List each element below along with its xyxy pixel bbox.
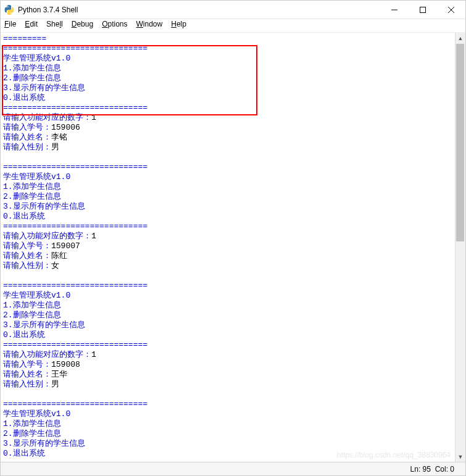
user-input: 1 — [91, 113, 96, 122]
output-line: 0.退出系统 — [3, 449, 45, 458]
output-line: ============================== — [3, 340, 148, 349]
maximize-button[interactable] — [409, 1, 437, 19]
output-line: 3.显示所有的学生信息 — [3, 320, 85, 330]
user-input: 159008 — [51, 360, 80, 369]
shell-output[interactable]: ========= ==============================… — [1, 33, 465, 462]
output-line: 1.添加学生信息 — [3, 64, 61, 73]
output-line: 学生管理系统v1.0 — [3, 409, 70, 419]
minimize-button[interactable] — [380, 1, 409, 19]
user-input: 陈红 — [51, 251, 67, 261]
output-line: 0.退出系统 — [3, 330, 45, 340]
output-line: 请输入学号： — [3, 360, 51, 369]
user-input: 159006 — [51, 123, 80, 132]
menu-help[interactable]: Help — [171, 20, 186, 32]
output-line: 3.显示所有的学生信息 — [3, 439, 85, 448]
close-button[interactable] — [437, 1, 465, 19]
output-line: 0.退出系统 — [3, 212, 45, 221]
scroll-down-arrow[interactable]: ▼ — [456, 451, 465, 462]
menu-options[interactable]: Options — [102, 20, 127, 32]
menu-debug[interactable]: Debug — [72, 20, 93, 32]
output-line: ============================== — [3, 103, 148, 112]
output-line: 请输入学号： — [3, 123, 51, 132]
window-controls — [380, 1, 465, 19]
output-line: 1.添加学生信息 — [3, 182, 61, 191]
output-line: ============================== — [3, 281, 148, 290]
output-line: 学生管理系统v1.0 — [3, 291, 70, 300]
scroll-thumb[interactable] — [456, 44, 464, 241]
output-line: 1.添加学生信息 — [3, 301, 61, 310]
output-line: 请输入学号： — [3, 241, 51, 251]
user-input: 李铭 — [51, 133, 67, 142]
output-line: 3.显示所有的学生信息 — [3, 202, 85, 211]
output-line: ========= — [3, 34, 46, 43]
status-col: Col: 0 — [435, 465, 454, 474]
output-line: 2.删除学生信息 — [3, 311, 61, 320]
menu-file[interactable]: File — [4, 20, 16, 32]
output-line: ============================== — [3, 162, 148, 172]
window-title: Python 3.7.4 Shell — [18, 6, 380, 14]
output-line: 请输入姓名： — [3, 370, 51, 379]
output-line: 请输入姓名： — [3, 251, 51, 261]
output-line: 请输入功能对应的数字： — [3, 350, 91, 359]
user-input: 1 — [91, 350, 96, 359]
output-line: 请输入性别： — [3, 380, 51, 389]
menu-edit[interactable]: Edit — [25, 20, 38, 32]
output-line: 请输入姓名： — [3, 133, 51, 142]
output-line: 3.显示所有的学生信息 — [3, 83, 85, 93]
menu-window[interactable]: Window — [136, 20, 163, 32]
user-input: 1 — [91, 232, 96, 241]
output-line: 请输入功能对应的数字： — [3, 113, 91, 122]
user-input: 男 — [51, 143, 59, 152]
output-line: ============================== — [3, 44, 148, 53]
shell-content: ========= ==============================… — [1, 33, 465, 462]
user-input: 159007 — [51, 241, 80, 251]
output-line: 请输入功能对应的数字： — [3, 232, 91, 241]
svg-rect-1 — [420, 7, 426, 12]
output-line: 请输入性别： — [3, 261, 51, 270]
user-input: 王华 — [51, 370, 67, 379]
user-input: 男 — [51, 380, 59, 389]
output-line: 2.删除学生信息 — [3, 429, 61, 438]
output-line: 请输入性别： — [3, 143, 51, 152]
output-line: ============================== — [3, 222, 148, 231]
menu-shell[interactable]: Shell — [46, 20, 63, 32]
scroll-up-arrow[interactable]: ▲ — [456, 33, 465, 43]
menubar: File Edit Shell Debug Options Window Hel… — [1, 19, 465, 33]
output-line: 学生管理系统v1.0 — [3, 54, 70, 63]
output-line: 2.删除学生信息 — [3, 192, 61, 201]
statusbar: Ln: 95 Col: 0 — [1, 462, 465, 475]
output-line: ============================== — [3, 399, 148, 409]
user-input: 女 — [51, 261, 59, 270]
python-icon — [4, 5, 14, 15]
vertical-scrollbar[interactable]: ▲ ▼ — [455, 33, 465, 462]
output-line: 1.添加学生信息 — [3, 419, 61, 428]
output-line: 学生管理系统v1.0 — [3, 172, 70, 182]
titlebar: Python 3.7.4 Shell — [1, 1, 465, 19]
status-line: Ln: 95 — [410, 465, 431, 474]
output-line: 2.删除学生信息 — [3, 73, 61, 83]
output-line: 0.退出系统 — [3, 93, 45, 102]
